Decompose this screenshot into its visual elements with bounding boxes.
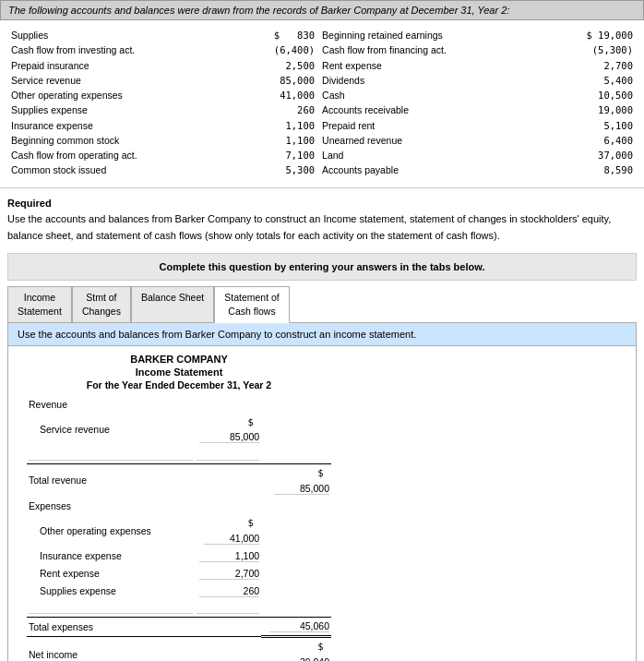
tab-stmt-changes[interactable]: Stmt of Changes (72, 286, 131, 321)
total-revenue-amount[interactable] (274, 483, 329, 494)
account-row: Beginning common stock 1,100 Unearned re… (7, 133, 637, 148)
total-revenue-symbol: $ (317, 467, 323, 478)
account-row: Common stock issued 5,300 Accounts payab… (7, 162, 637, 177)
service-revenue-label: Service revenue (27, 414, 195, 447)
tabs-row: Income Statement Stmt of Changes Balance… (7, 286, 637, 322)
income-statement-table: Revenue Service revenue $ (27, 396, 331, 661)
service-revenue-symbol: $ (247, 416, 253, 427)
right-label-3: Rent expense (318, 58, 544, 73)
tab-balance-line1: Balance Sheet (141, 291, 204, 305)
left-amount-9: 7,100 (236, 148, 319, 162)
expense-row-2: Insurance expense (27, 547, 331, 565)
expenses-header-row: Expenses (27, 498, 331, 515)
use-accounts-text: Use the accounts and balances from Barke… (18, 329, 416, 340)
left-label-7: Insurance expense (7, 118, 236, 133)
supplies-expense-label: Supplies expense (27, 583, 195, 600)
right-amount-9: 37,000 (544, 148, 637, 162)
rent-amount[interactable] (199, 568, 259, 579)
account-row: Insurance expense 1,100 Prepaid rent 5,1… (7, 118, 637, 133)
revenue-col1 (195, 396, 262, 414)
rent-expense-amount-cell (195, 565, 262, 583)
right-amount-10: 8,590 (544, 162, 637, 177)
revenue-col2 (261, 396, 331, 414)
right-amount-1: $ 19,000 (544, 28, 637, 42)
left-label-10: Common stock issued (7, 162, 236, 177)
other-op-expenses-label: Other operating expenses (27, 514, 195, 547)
total-expenses-amount[interactable] (269, 620, 329, 631)
left-label-8: Beginning common stock (7, 133, 236, 148)
expense-row-4: Supplies expense (27, 583, 331, 600)
left-amount-6: 260 (236, 102, 319, 117)
right-label-1: Beginning retained earnings (318, 28, 544, 42)
tab-statement-cash-flows[interactable]: Statement of Cash flows (214, 286, 290, 322)
total-revenue-amount-cell: $ (261, 464, 331, 498)
right-label-8: Unearned revenue (318, 133, 544, 148)
tab-balance-sheet[interactable]: Balance Sheet (131, 286, 214, 321)
tab-income-statement[interactable]: Income Statement (7, 286, 72, 321)
blank-row-2 (27, 599, 331, 617)
account-row: Service revenue 85,000 Dividends 5,400 (7, 73, 637, 88)
required-label: Required (7, 198, 52, 209)
tab-stmt-line1: Stmt of (82, 291, 121, 305)
total-revenue-col1 (195, 464, 262, 498)
left-label-3: Prepaid insurance (7, 58, 236, 73)
right-amount-3: 2,700 (544, 58, 637, 73)
net-income-symbol: $ (317, 641, 323, 652)
right-label-7: Prepaid rent (318, 118, 544, 133)
net-income-label: Net income (27, 636, 195, 661)
right-amount-8: 6,400 (544, 133, 637, 148)
required-section: Required Use the accounts and balances f… (0, 188, 644, 248)
insurance-amount[interactable] (199, 550, 259, 561)
left-amount-8: 1,100 (236, 133, 319, 148)
accounts-section: Supplies $ 830 Beginning retained earnin… (0, 20, 644, 188)
account-row: Cash flow from investing act. (6,400) Ca… (7, 42, 637, 57)
complete-banner: Complete this question by entering your … (7, 253, 637, 281)
right-amount-7: 5,100 (544, 118, 637, 133)
account-row: Prepaid insurance 2,500 Rent expense 2,7… (7, 58, 637, 73)
rent-expense-label: Rent expense (27, 565, 195, 583)
total-expenses-amount-cell (261, 618, 331, 637)
other-op-symbol: $ (247, 517, 253, 528)
use-accounts-banner: Use the accounts and balances from Barke… (8, 323, 636, 346)
insurance-expense-label: Insurance expense (27, 547, 195, 565)
income-statement-wrapper: BARKER COMPANY Income Statement For the … (8, 346, 350, 661)
service-revenue-amount[interactable] (199, 431, 259, 442)
tab-cash-line2: Cash flows (224, 305, 280, 318)
other-op-amount[interactable] (204, 533, 259, 544)
revenue-label: Revenue (27, 396, 195, 414)
service-revenue-total-col (261, 414, 331, 447)
net-income-amount[interactable] (276, 656, 329, 661)
right-label-10: Accounts payable (318, 162, 544, 177)
right-label-9: Land (318, 148, 544, 162)
other-op-expenses-amount-cell: $ (195, 514, 262, 547)
tab-income-line1: Income (18, 291, 62, 305)
blank-row-1 (27, 446, 331, 463)
tabs-area: Income Statement Stmt of Changes Balance… (7, 286, 637, 322)
left-amount-5: 41,000 (236, 88, 319, 102)
left-label-2: Cash flow from investing act. (7, 42, 236, 57)
statement-title: Income Statement (27, 367, 331, 378)
tab-cash-line1: Statement of (224, 291, 280, 305)
left-amount-10: 5,300 (236, 162, 319, 177)
left-label-9: Cash flow from operating act. (7, 148, 236, 162)
supplies-amount[interactable] (199, 585, 259, 596)
right-label-2: Cash flow from financing act. (318, 42, 544, 57)
account-row: Cash flow from operating act. 7,100 Land… (7, 148, 637, 162)
right-amount-4: 5,400 (544, 73, 637, 88)
total-revenue-row: Total revenue $ (27, 464, 331, 498)
left-amount-4: 85,000 (236, 73, 319, 88)
left-amount-1: $ 830 (236, 28, 319, 42)
net-income-amount-cell: $ (261, 636, 331, 661)
required-body: Use the accounts and balances from Barke… (7, 211, 637, 244)
company-header: BARKER COMPANY (27, 354, 331, 365)
left-label-4: Service revenue (7, 73, 236, 88)
insurance-expense-amount-cell (195, 547, 262, 565)
service-revenue-symbol-amount: $ (195, 414, 262, 447)
complete-banner-text: Complete this question by entering your … (160, 261, 485, 272)
tab-stmt-line2: Changes (82, 305, 121, 318)
revenue-header-row: Revenue (27, 396, 331, 414)
expense-row-1: Other operating expenses $ (27, 514, 331, 547)
expenses-label: Expenses (27, 498, 195, 515)
left-amount-2: (6,400) (236, 42, 319, 57)
left-label-5: Other operating expenses (7, 88, 236, 102)
